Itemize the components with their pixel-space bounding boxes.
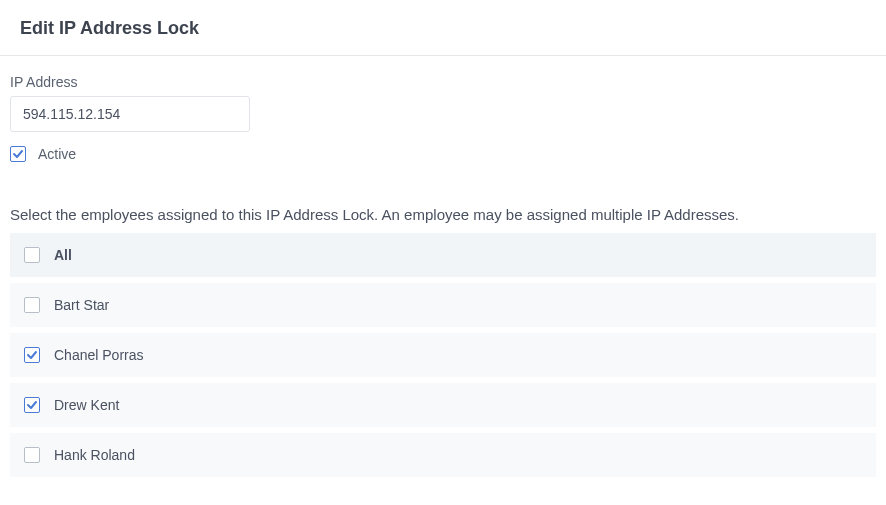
employee-row: Drew Kent <box>10 383 876 427</box>
employee-checkbox[interactable] <box>24 297 40 313</box>
employee-name: Hank Roland <box>54 447 135 463</box>
employee-name: Drew Kent <box>54 397 119 413</box>
employee-name: Bart Star <box>54 297 109 313</box>
page-header: Edit IP Address Lock <box>0 0 886 56</box>
employee-row: Chanel Porras <box>10 333 876 377</box>
employee-all-row: All <box>10 233 876 277</box>
all-checkbox[interactable] <box>24 247 40 263</box>
employee-row: Bart Star <box>10 283 876 327</box>
ip-address-label: IP Address <box>10 74 876 90</box>
ip-address-input[interactable] <box>10 96 250 132</box>
check-icon <box>26 349 38 361</box>
all-label: All <box>54 247 72 263</box>
employee-checkbox[interactable] <box>24 397 40 413</box>
employee-checkbox[interactable] <box>24 347 40 363</box>
active-row: Active <box>10 146 876 162</box>
employee-list: All Bart Star Chanel Porras Drew Kent Ha <box>10 233 876 477</box>
active-label: Active <box>38 146 76 162</box>
check-icon <box>26 399 38 411</box>
content-area: IP Address Active Select the employees a… <box>0 56 886 495</box>
active-checkbox[interactable] <box>10 146 26 162</box>
employee-checkbox[interactable] <box>24 447 40 463</box>
employee-row: Hank Roland <box>10 433 876 477</box>
check-icon <box>12 148 24 160</box>
instruction-text: Select the employees assigned to this IP… <box>10 206 876 223</box>
page-title: Edit IP Address Lock <box>20 18 866 39</box>
employee-name: Chanel Porras <box>54 347 144 363</box>
